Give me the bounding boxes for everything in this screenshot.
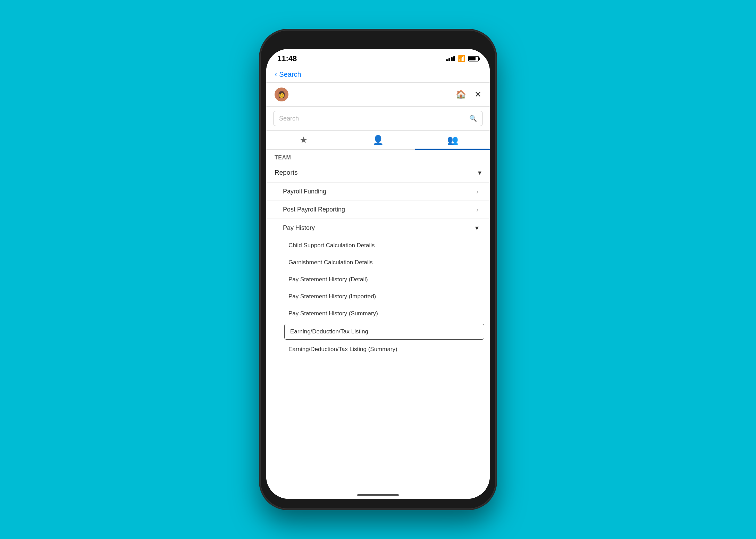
wifi-icon: 📶 bbox=[458, 55, 465, 63]
earning-deduction-label: Earning/Deduction/Tax Listing bbox=[290, 328, 368, 335]
garnishment-label: Garnishment Calculation Details bbox=[288, 259, 373, 266]
header-icons: 🏠 ✕ bbox=[456, 90, 481, 99]
battery-fill bbox=[469, 57, 476, 60]
pay-history-chevron-icon: ▾ bbox=[475, 224, 479, 232]
signal-bar-3 bbox=[451, 57, 453, 61]
signal-bar-1 bbox=[446, 59, 448, 61]
submenu-item-post-payroll[interactable]: Post Payroll Reporting › bbox=[266, 201, 490, 219]
search-icon: 🔍 bbox=[469, 115, 477, 122]
home-icon[interactable]: 🏠 bbox=[456, 90, 466, 99]
search-container: Search 🔍 bbox=[266, 107, 490, 131]
back-chevron-icon: ‹ bbox=[275, 70, 277, 79]
status-bar: 11:48 📶 bbox=[266, 49, 490, 68]
menu-item-reports[interactable]: Reports ▾ bbox=[266, 163, 490, 183]
battery-icon bbox=[468, 56, 479, 61]
back-nav: ‹ Search bbox=[266, 68, 490, 83]
subsubmenu-garnishment[interactable]: Garnishment Calculation Details bbox=[266, 254, 490, 271]
signal-bars-icon bbox=[446, 56, 455, 61]
pay-statement-detail-label: Pay Statement History (Detail) bbox=[288, 276, 368, 283]
subsubmenu-pay-statement-imported[interactable]: Pay Statement History (Imported) bbox=[266, 288, 490, 305]
subsubmenu-child-support[interactable]: Child Support Calculation Details bbox=[266, 237, 490, 254]
submenu-item-pay-history[interactable]: Pay History ▾ bbox=[266, 219, 490, 237]
favorites-icon: ★ bbox=[300, 135, 308, 146]
team-label: TEAM bbox=[266, 150, 490, 163]
reports-label: Reports bbox=[275, 169, 298, 176]
subsubmenu-pay-statement-detail[interactable]: Pay Statement History (Detail) bbox=[266, 271, 490, 288]
menu-content: TEAM Reports ▾ Payroll Funding › Post Pa… bbox=[266, 150, 490, 499]
signal-bar-4 bbox=[453, 56, 455, 61]
close-icon[interactable]: ✕ bbox=[474, 90, 481, 99]
tabs-container: ★ 👤 👥 bbox=[266, 131, 490, 150]
post-payroll-chevron-icon: › bbox=[476, 206, 479, 214]
child-support-label: Child Support Calculation Details bbox=[288, 242, 375, 249]
tab-person[interactable]: 👤 bbox=[341, 131, 415, 149]
subsubmenu-earning-deduction-summary[interactable]: Earning/Deduction/Tax Listing (Summary) bbox=[266, 341, 490, 358]
payroll-funding-chevron-icon: › bbox=[476, 188, 479, 196]
pay-statement-imported-label: Pay Statement History (Imported) bbox=[288, 293, 376, 300]
phone-screen: 11:48 📶 ‹ Search bbox=[266, 49, 490, 499]
status-icons: 📶 bbox=[446, 55, 479, 63]
pay-history-label: Pay History bbox=[283, 224, 315, 232]
tab-favorites[interactable]: ★ bbox=[266, 131, 341, 149]
reports-chevron-icon: ▾ bbox=[478, 168, 481, 177]
search-input-field[interactable]: Search 🔍 bbox=[273, 111, 483, 126]
subsubmenu-pay-statement-summary[interactable]: Pay Statement History (Summary) bbox=[266, 305, 490, 322]
status-time: 11:48 bbox=[277, 54, 297, 63]
back-link[interactable]: ‹ Search bbox=[275, 70, 481, 79]
header-avatar-icon: 👩 bbox=[278, 91, 285, 98]
search-placeholder: Search bbox=[279, 115, 299, 122]
pay-statement-summary-label: Pay Statement History (Summary) bbox=[288, 310, 378, 317]
tab-team[interactable]: 👥 bbox=[415, 131, 490, 149]
payroll-funding-label: Payroll Funding bbox=[283, 188, 326, 195]
back-label: Search bbox=[279, 71, 301, 78]
post-payroll-label: Post Payroll Reporting bbox=[283, 206, 345, 213]
submenu-item-payroll-funding[interactable]: Payroll Funding › bbox=[266, 183, 490, 201]
home-indicator bbox=[357, 494, 399, 496]
earning-deduction-summary-label: Earning/Deduction/Tax Listing (Summary) bbox=[288, 346, 397, 353]
team-icon: 👥 bbox=[447, 135, 458, 146]
subsubmenu-earning-deduction-highlighted[interactable]: Earning/Deduction/Tax Listing bbox=[284, 324, 484, 340]
header-avatar: 👩 bbox=[275, 88, 288, 101]
person-icon: 👤 bbox=[372, 135, 384, 146]
signal-bar-2 bbox=[448, 58, 450, 61]
app-header: 👩 🏠 ✕ bbox=[266, 83, 490, 107]
